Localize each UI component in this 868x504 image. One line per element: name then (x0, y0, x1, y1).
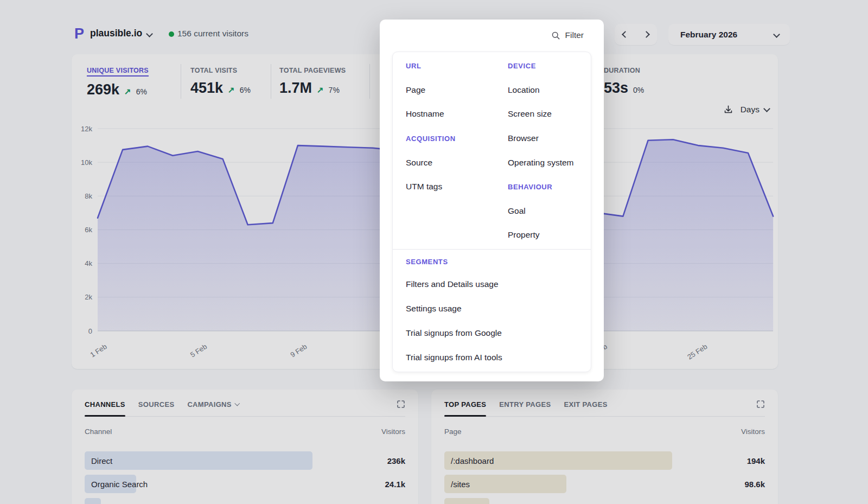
filter-option-browser[interactable]: Browser (508, 126, 604, 151)
filter-options-panel: URLPageHostnameACQUISITIONSourceUTM tags… (392, 52, 591, 372)
filter-option-hostname[interactable]: Hostname (406, 102, 502, 126)
filter-option-property[interactable]: Property (508, 223, 604, 247)
segments-divider (393, 249, 591, 250)
filter-search-placeholder: Filter (565, 30, 584, 40)
filter-group-device: DEVICE (508, 54, 604, 78)
segment-trial-signups-from-google[interactable]: Trial signups from Google (406, 321, 578, 345)
segment-filters-and-details-usage[interactable]: Filters and Details usage (406, 272, 578, 296)
filter-group-segments: SEGMENTS (406, 251, 578, 272)
segment-settings-usage[interactable]: Settings usage (406, 296, 578, 321)
plausible-dashboard: P plausible.io 156 current visitors Febr… (0, 0, 868, 504)
filter-group-url: URL (406, 54, 502, 78)
filter-search-input[interactable]: Filter (551, 30, 584, 40)
filter-option-location[interactable]: Location (508, 78, 604, 103)
search-icon (551, 31, 560, 40)
filter-column-left: URLPageHostnameACQUISITIONSourceUTM tags (406, 54, 502, 199)
segment-trial-signups-from-ai-tools[interactable]: Trial signups from AI tools (406, 345, 578, 369)
filter-option-screen-size[interactable]: Screen size (508, 102, 604, 126)
filter-option-source[interactable]: Source (406, 150, 502, 175)
segments-section: SEGMENTSFilters and Details usageSetting… (406, 251, 578, 369)
filter-option-page[interactable]: Page (406, 78, 502, 103)
filter-option-utm-tags[interactable]: UTM tags (406, 175, 502, 199)
filter-modal: Filter URLPageHostnameACQUISITIONSourceU… (380, 20, 604, 381)
filter-option-operating-system[interactable]: Operating system (508, 150, 604, 175)
filter-group-acquisition: ACQUISITION (406, 126, 502, 151)
filter-group-behaviour: BEHAVIOUR (508, 175, 604, 199)
filter-column-right: DEVICELocationScreen sizeBrowserOperatin… (508, 54, 604, 247)
filter-option-goal[interactable]: Goal (508, 199, 604, 224)
